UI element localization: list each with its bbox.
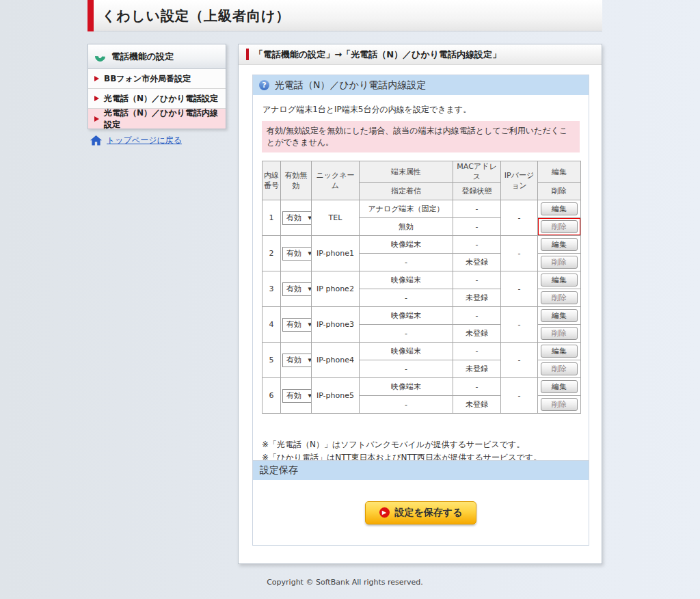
cell-reg-status: - <box>453 218 501 236</box>
main-panel: 「電話機能の設定」→「光電話（N）／ひかり電話内線設定」 ? 光電話（N）／ひか… <box>238 44 602 564</box>
sidebar: 電話機能の設定 BBフォン市外局番設定 光電話（N）／ひかり電話設定 光電話（N… <box>88 44 226 129</box>
enabled-value: 有効 <box>286 213 301 223</box>
col-header-enabled: 有効無効 <box>281 161 312 200</box>
col-header-delete: 削除 <box>538 183 581 200</box>
sidebar-header: 電話機能の設定 <box>88 44 226 69</box>
cell-edit: 編集 <box>538 307 581 325</box>
help-icon: ? <box>259 80 269 90</box>
section-title: 光電話（N）／ひかり電話内線設定 <box>275 79 426 92</box>
cell-ip-version: - <box>501 271 538 307</box>
cell-delete: 削除 <box>538 289 581 307</box>
cell-nickname: IP phone2 <box>312 271 360 307</box>
edit-button[interactable]: 編集 <box>541 202 578 215</box>
enabled-value: 有効 <box>286 248 301 258</box>
arrow-right-icon <box>94 76 99 81</box>
dropdown-arrow-icon: ▼ <box>308 393 312 399</box>
enabled-value: 有効 <box>286 355 301 365</box>
cell-terminal-attr: 映像端末 <box>360 236 453 254</box>
cell-reg-status: 未登録 <box>453 325 501 343</box>
enabled-select[interactable]: 有効▼ <box>282 211 312 225</box>
table-row: 5有効▼IP-phone4映像端末--編集 <box>262 343 581 360</box>
col-header-terminal-attr: 端末属性 <box>360 161 453 183</box>
cell-reg-status: 未登録 <box>453 254 501 271</box>
cell-nickname: IP-phone3 <box>312 307 360 343</box>
section-description: アナログ端末1台とIP端末5台分の内線を設定できます。 <box>262 104 580 116</box>
col-header-line-number: 内線 番号 <box>262 161 281 200</box>
sidebar-item-label: BBフォン市外局番設定 <box>104 73 191 85</box>
cell-reg-status: 未登録 <box>453 289 501 307</box>
breadcrumb-accent-bar <box>246 49 249 60</box>
edit-button[interactable]: 編集 <box>541 274 578 287</box>
back-to-top-link[interactable]: トップページに戻る <box>107 135 182 146</box>
cell-terminal-attr: 映像端末 <box>360 343 453 360</box>
arrow-right-icon <box>94 116 99 122</box>
enabled-select[interactable]: 有効▼ <box>282 282 312 296</box>
cell-reg-status: 未登録 <box>453 396 501 414</box>
cell-line-number: 4 <box>262 307 281 343</box>
save-section-body: ▶ 設定を保存する <box>253 480 589 545</box>
col-header-reg-status: 登録状態 <box>453 183 501 200</box>
cell-ip-version: - <box>501 343 538 378</box>
col-header-nickname: ニックネーム <box>312 161 360 200</box>
cell-mac-address: - <box>453 236 501 254</box>
save-settings-button[interactable]: ▶ 設定を保存する <box>365 501 476 524</box>
cell-enabled: 有効▼ <box>281 271 312 307</box>
enabled-select[interactable]: 有効▼ <box>282 389 312 403</box>
dropdown-arrow-icon: ▼ <box>308 215 312 221</box>
cell-incoming: - <box>360 289 453 307</box>
table-body: 1有効▼TELアナログ端末（固定）--編集無効-削除2有効▼IP-phone1映… <box>262 200 581 414</box>
enabled-select[interactable]: 有効▼ <box>282 318 312 332</box>
cell-enabled: 有効▼ <box>281 343 312 378</box>
footnote: ※「光電話（N）」はソフトバンクモバイルが提供するサービスです。 <box>262 438 580 451</box>
dropdown-arrow-icon: ▼ <box>308 251 312 256</box>
cell-reg-status: 未登録 <box>453 360 501 378</box>
phone-icon <box>93 49 107 64</box>
enabled-value: 有効 <box>286 390 301 401</box>
cell-incoming: 無効 <box>360 218 453 236</box>
cell-terminal-attr: 映像端末 <box>360 378 453 396</box>
cell-mac-address: - <box>453 307 501 325</box>
cell-mac-address: - <box>453 200 501 218</box>
breadcrumb-bar: 「電話機能の設定」→「光電話（N）／ひかり電話内線設定」 <box>239 44 602 65</box>
table-row: 3有効▼IP phone2映像端末--編集 <box>262 271 581 289</box>
enabled-value: 有効 <box>286 319 301 330</box>
edit-button[interactable]: 編集 <box>541 309 578 322</box>
delete-button[interactable]: 削除 <box>541 398 578 411</box>
cell-ip-version: - <box>501 378 538 414</box>
delete-button[interactable]: 削除 <box>541 291 578 304</box>
delete-button[interactable]: 削除 <box>541 327 578 340</box>
save-section-title: 設定保存 <box>253 461 589 480</box>
save-settings-box: 設定保存 ▶ 設定を保存する <box>252 460 589 546</box>
delete-button[interactable]: 削除 <box>541 220 578 233</box>
enabled-select[interactable]: 有効▼ <box>282 354 312 367</box>
table-row: 6有効▼IP-phone5映像端末--編集 <box>262 378 581 396</box>
col-header-edit: 編集 <box>538 161 581 183</box>
edit-button[interactable]: 編集 <box>541 345 578 358</box>
dropdown-arrow-icon: ▼ <box>308 322 312 328</box>
col-header-incoming: 指定着信 <box>360 183 453 200</box>
warning-message: 有効/無効設定を無効にした場合、該当の端末は内線電話としてご利用いただくことがで… <box>262 121 580 152</box>
enabled-value: 有効 <box>286 284 301 294</box>
cell-delete: 削除 <box>538 396 581 414</box>
enabled-select[interactable]: 有効▼ <box>282 247 312 261</box>
cell-delete: 削除 <box>538 325 581 343</box>
sidebar-item-hikari-phone-settings[interactable]: 光電話（N）／ひかり電話設定 <box>88 89 226 109</box>
cell-edit: 編集 <box>538 271 581 289</box>
home-link-row: トップページに戻る <box>90 135 182 146</box>
cell-terminal-attr: 映像端末 <box>360 307 453 325</box>
edit-button[interactable]: 編集 <box>541 380 578 393</box>
table-row: 1有効▼TELアナログ端末（固定）--編集 <box>262 200 581 218</box>
cell-delete: 削除 <box>538 360 581 378</box>
cell-edit: 編集 <box>538 200 581 218</box>
delete-button[interactable]: 削除 <box>541 362 578 375</box>
sidebar-item-label: 光電話（N）／ひかり電話内線設定 <box>104 107 226 131</box>
edit-button[interactable]: 編集 <box>541 238 578 251</box>
sidebar-item-bbphone-area-code[interactable]: BBフォン市外局番設定 <box>88 69 226 89</box>
cell-line-number: 3 <box>262 271 281 307</box>
cell-line-number: 2 <box>262 236 281 271</box>
cell-edit: 編集 <box>538 378 581 396</box>
cell-terminal-attr: 映像端末 <box>360 271 453 289</box>
delete-button[interactable]: 削除 <box>541 256 578 269</box>
sidebar-item-hikari-phone-extension-settings[interactable]: 光電話（N）／ひかり電話内線設定 <box>88 109 226 129</box>
cell-enabled: 有効▼ <box>281 200 312 236</box>
